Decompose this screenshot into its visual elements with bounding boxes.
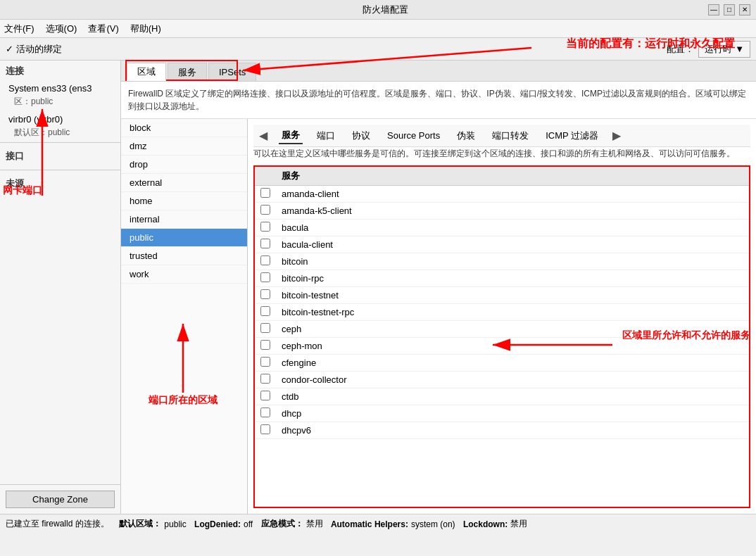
service-checkbox-bacula-client[interactable]	[260, 239, 270, 248]
service-name-dhcp: dhcp	[276, 405, 749, 422]
title-bar-controls: — □ ✕	[708, 4, 750, 15]
tab-services[interactable]: 服务	[168, 63, 207, 81]
col-checkbox	[255, 167, 276, 186]
tab-zones[interactable]: 区域	[127, 63, 166, 81]
service-checkbox-bitcoin-testnet[interactable]	[260, 289, 270, 299]
zone-tab-port-forwarding[interactable]: 端口转发	[489, 128, 531, 144]
menu-file[interactable]: 文件(F)	[4, 23, 34, 35]
sidebar: 连接 System ens33 (ens3 区：public virbr0 (v…	[0, 61, 121, 514]
dropdown-arrow-icon: ▼	[735, 44, 744, 54]
service-checkbox-condor-collector[interactable]	[260, 374, 270, 384]
service-checkbox-amanda-k5-client[interactable]	[260, 205, 270, 215]
toolbar: ✓ 活动的绑定 配置： 运行时 ▼	[0, 38, 756, 61]
zone-internal[interactable]: internal	[121, 210, 247, 229]
menu-options[interactable]: 选项(O)	[46, 23, 77, 35]
service-checkbox-bitcoin[interactable]	[260, 255, 270, 265]
maximize-button[interactable]: □	[724, 4, 735, 15]
zone-external[interactable]: external	[121, 174, 247, 192]
title-bar: 防火墙配置 — □ ✕	[0, 0, 756, 20]
col-service-header: 服务	[276, 167, 749, 186]
interface-section-label: 接口	[0, 146, 120, 167]
status-lockdown-val: 禁用	[510, 518, 527, 530]
service-name-ceph: ceph	[276, 321, 749, 338]
status-default-zone-label: 默认区域：	[119, 518, 161, 530]
zone-tab-ports[interactable]: 端口	[314, 128, 338, 144]
zone-tab-masquerade[interactable]: 伪装	[454, 128, 478, 144]
zone-tab-services[interactable]: 服务	[279, 127, 303, 144]
tab-ipsets[interactable]: IPSets	[208, 63, 256, 81]
service-row: bacula-client	[255, 236, 749, 253]
service-row: ceph-mon	[255, 338, 749, 355]
main-container: 连接 System ens33 (ens3 区：public virbr0 (v…	[0, 61, 756, 514]
service-checkbox-bitcoin-testnet-rpc[interactable]	[260, 306, 270, 316]
close-button[interactable]: ✕	[739, 4, 750, 15]
connection-section-label: 连接	[0, 61, 120, 82]
service-checkbox-amanda-client[interactable]	[260, 188, 270, 198]
zone-description: FirewallD 区域定义了绑定的网络连接、接口以及源地址的可信程度。区域是服…	[121, 82, 756, 119]
service-checkbox-dhcpv6[interactable]	[260, 424, 270, 434]
zone-public[interactable]: public	[121, 229, 247, 247]
service-checkbox-dhcp[interactable]	[260, 407, 270, 417]
sidebar-ens33[interactable]: System ens33 (ens3	[0, 82, 120, 95]
zone-drop[interactable]: drop	[121, 156, 247, 174]
service-name-amanda-client: amanda-client	[276, 186, 749, 203]
service-name-bitcoin-testnet-rpc: bitcoin-testnet-rpc	[276, 304, 749, 321]
service-checkbox-ctdb[interactable]	[260, 391, 270, 400]
zone-tab-protocols[interactable]: 协议	[349, 128, 373, 144]
service-checkbox-bacula[interactable]	[260, 222, 270, 232]
service-row: bitcoin	[255, 253, 749, 270]
service-checkbox-bitcoin-rpc[interactable]	[260, 272, 270, 282]
service-checkbox-ceph[interactable]	[260, 323, 270, 333]
config-dropdown[interactable]: 运行时 ▼	[698, 41, 750, 58]
zone-trusted[interactable]: trusted	[121, 247, 247, 265]
services-panel: ◀ 服务 端口 协议 Source Ports 伪装 端口转发 ICMP 过滤器…	[248, 119, 756, 514]
zone-dmz[interactable]: dmz	[121, 137, 247, 156]
source-section-label: 未源	[0, 173, 120, 194]
sidebar-footer: Change Zone	[0, 484, 120, 514]
status-bar: 已建立至 firewalld 的连接。 默认区域： public LogDeni…	[0, 514, 756, 533]
status-panic-label: 应急模式：	[261, 518, 303, 530]
config-value: 运行时	[705, 43, 732, 56]
service-name-bacula-client: bacula-client	[276, 236, 749, 253]
service-name-bitcoin: bitcoin	[276, 253, 749, 270]
zone-work[interactable]: work	[121, 265, 247, 284]
service-row: amanda-k5-client	[255, 203, 749, 220]
services-description: 可以在这里定义区域中哪些服务是可信的。可连接至绑定到这个区域的连接、接口和源的所…	[253, 147, 750, 160]
service-row: dhcpv6	[255, 422, 749, 439]
zone-tab-source-ports[interactable]: Source Ports	[384, 129, 443, 142]
service-name-cfengine: cfengine	[276, 355, 749, 372]
zone-tab-icmp[interactable]: ICMP 过滤器	[543, 128, 601, 144]
minimize-button[interactable]: —	[708, 4, 719, 15]
zone-block[interactable]: block	[121, 119, 247, 137]
virbr0-label: virbr0 (virbr0)	[8, 114, 63, 125]
sidebar-virbr0[interactable]: virbr0 (virbr0)	[0, 113, 120, 126]
service-name-dhcpv6: dhcpv6	[276, 422, 749, 439]
service-checkbox-cfengine[interactable]	[260, 357, 270, 367]
service-row: bitcoin-testnet-rpc	[255, 304, 749, 321]
status-log-denied-label: LogDenied:	[194, 519, 241, 529]
ens33-zone: 区：public	[0, 95, 120, 108]
service-name-bitcoin-rpc: bitcoin-rpc	[276, 270, 749, 287]
status-auto-helpers-val: system (on)	[411, 519, 455, 529]
change-zone-button[interactable]: Change Zone	[6, 491, 115, 508]
status-default-zone-val: public	[164, 519, 186, 529]
status-connection: 已建立至 firewalld 的连接。	[6, 518, 109, 530]
service-name-ctdb: ctdb	[276, 388, 749, 405]
service-name-condor-collector: condor-collector	[276, 372, 749, 388]
config-label: 配置：	[667, 43, 694, 56]
zone-home[interactable]: home	[121, 192, 247, 210]
zone-tab-prev[interactable]: ◀	[259, 129, 267, 142]
service-name-bacula: bacula	[276, 220, 749, 236]
window-title: 防火墙配置	[62, 4, 708, 16]
active-binding-label: ✓ 活动的绑定	[6, 43, 62, 56]
menu-help[interactable]: 帮助(H)	[130, 23, 161, 35]
status-panic-val: 禁用	[306, 518, 323, 530]
services-table-container: 服务 amanda-clientamanda-k5-clientbaculaba…	[253, 165, 750, 508]
service-name-bitcoin-testnet: bitcoin-testnet	[276, 287, 749, 304]
service-row: bitcoin-rpc	[255, 270, 749, 287]
service-checkbox-ceph-mon[interactable]	[260, 340, 270, 350]
service-name-amanda-k5-client: amanda-k5-client	[276, 203, 749, 220]
menu-view[interactable]: 查看(V)	[88, 23, 118, 35]
status-lockdown-label: Lockdown:	[463, 519, 508, 529]
zone-tab-next[interactable]: ▶	[612, 129, 621, 142]
